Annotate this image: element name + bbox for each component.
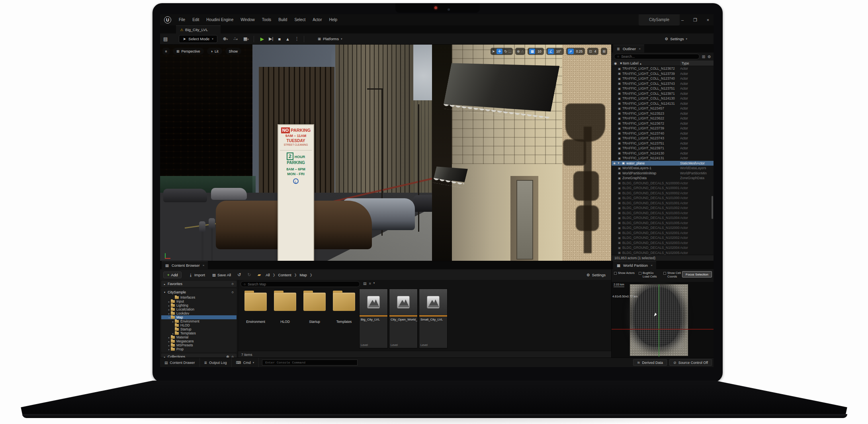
- tree-item-lookdev[interactable]: ▸Lookdev: [161, 311, 237, 315]
- play-button[interactable]: ▶: [260, 36, 264, 42]
- viewport[interactable]: NOPARKING 9AM – 11AM TUESDAY STREET CLEA…: [160, 45, 611, 261]
- tree-item-templates[interactable]: ▸Templates: [161, 331, 237, 335]
- outliner-row[interactable]: ▣TRAFFIC_LIGHT_N123672Actor: [612, 121, 714, 126]
- outliner-row[interactable]: ▣BLDG_GROUND_DECALS_N102002 (UrActor: [612, 235, 714, 240]
- outliner-row[interactable]: ▣TRAFFIC_LIGHT_COLL_N123740Actor: [612, 76, 714, 81]
- outliner-row[interactable]: ▣TRAFFIC_LIGHT_N124131Actor: [612, 156, 714, 161]
- platforms-dropdown[interactable]: ⊞ Platforms ▾: [318, 37, 342, 41]
- cmd-dropdown[interactable]: ⌨ Cmd ▾: [232, 358, 259, 367]
- outliner-row[interactable]: ▣BLDG_GROUND_DECALS_N102004 (UrActor: [612, 245, 714, 250]
- rotation-snap-icon[interactable]: ∠: [548, 49, 554, 54]
- blueprints-icon[interactable]: ∴▾: [233, 36, 238, 41]
- unreal-logo-icon[interactable]: U: [164, 16, 171, 23]
- grid-snap-value[interactable]: 10: [537, 49, 542, 53]
- outliner-row[interactable]: ▣WorldDataLayers-1WorldDataLayers: [612, 166, 714, 171]
- tree-item-prop[interactable]: ▸Prop: [161, 347, 237, 351]
- scale-tool-icon[interactable]: ⛶: [509, 49, 511, 54]
- outliner-row[interactable]: ▣TRAFFIC_LIGHT_N123971Actor: [612, 146, 714, 151]
- tree-item-interfaces[interactable]: Interfaces: [161, 295, 237, 299]
- asset-tile-city_open_world_template[interactable]: City_Open_World_TemplateLevel: [389, 289, 418, 348]
- select-mode-dropdown[interactable]: ➤ Select Mode ▾: [179, 35, 217, 43]
- tab-outliner[interactable]: ≣ Outliner ×: [613, 45, 644, 53]
- derived-data-button[interactable]: ≋ Derived Data: [633, 359, 667, 366]
- breadcrumb-item-all[interactable]: All: [266, 273, 270, 277]
- focus-selection-button[interactable]: Focus Selection: [682, 271, 712, 277]
- play-options-icon[interactable]: ⋮: [295, 36, 299, 41]
- outliner-row[interactable]: ▣TRAFFIC_LIGHT_COLL_N123751Actor: [612, 86, 714, 91]
- outliner-row[interactable]: ▣BLDG_GROUND_DECALS_N102003 (UrActor: [612, 240, 714, 246]
- move-tool-icon[interactable]: ✛: [497, 49, 502, 54]
- menu-item-file[interactable]: File: [175, 14, 189, 25]
- menu-item-actor[interactable]: Actor: [309, 14, 325, 25]
- perspective-dropdown[interactable]: ⊞ Perspective: [173, 48, 204, 55]
- outliner-row[interactable]: ▣TRAFFIC_LIGHT_COLL_N123971Actor: [612, 91, 714, 96]
- settings-dropdown[interactable]: ⚙ Settings ▾: [665, 37, 687, 41]
- rotation-snap-value[interactable]: 10°: [555, 49, 562, 53]
- add-actor-icon[interactable]: ⊕▾: [223, 36, 228, 41]
- outliner-row[interactable]: ▣BLDG_GROUND_DECALS_N101001 (UrActor: [612, 201, 714, 206]
- tree-item-material[interactable]: ▸Material: [161, 335, 237, 339]
- outliner-row[interactable]: ▣BLDG_GROUND_DECALS_N101002 (UrActor: [612, 205, 714, 211]
- tree-item-startup[interactable]: Startup: [161, 327, 237, 331]
- outliner-row[interactable]: ▣BLDG_GROUND_DECALS_N101000 (UrActor: [612, 195, 714, 201]
- outliner-row[interactable]: ◉▼▣water_planeStaticMeshActor: [612, 161, 714, 166]
- outliner-row[interactable]: ▣BLDG_GROUND_DECALS_N102005 (UrActor: [612, 250, 714, 255]
- outliner-row[interactable]: ▣TRAFFIC_LIGHT_N123622Actor: [612, 116, 714, 121]
- select-tool-icon[interactable]: ➤: [492, 49, 495, 53]
- tab-content-browser[interactable]: ▤ Content Browser ×: [162, 261, 208, 269]
- surface-snap-icon[interactable]: ∴: [522, 49, 524, 53]
- outliner-row[interactable]: ▣BLDG_GROUND_DECALS_N101005 (UrActor: [612, 221, 714, 226]
- tree-item-megascans[interactable]: ▸Megascans: [161, 339, 237, 343]
- outliner-row[interactable]: ▣ZoneGraphDataZoneGraphData: [612, 176, 714, 181]
- outliner-row[interactable]: ▣TRAFFIC_LIGHT_COLL_N124130Actor: [612, 96, 714, 101]
- content-browser-settings[interactable]: ⚙ Settings: [586, 273, 606, 277]
- outliner-row[interactable]: ▣BLDG_GROUND_DECALS_N101004 (UrActor: [612, 215, 714, 221]
- outliner-settings-icon[interactable]: ⚙: [708, 55, 711, 59]
- outliner-row[interactable]: ▣TRAFFIC_LIGHT_COLL_N123739Actor: [612, 71, 714, 76]
- outliner-row[interactable]: ▣TRAFFIC_LIGHT_N123743Actor: [612, 136, 714, 141]
- viewport-menu-icon[interactable]: ≡: [162, 48, 170, 55]
- outliner-search-input[interactable]: ○ Search...: [614, 54, 700, 59]
- tab-big-city-lvl[interactable]: ⚠ Big_City_LVL: [176, 25, 221, 33]
- asset-tile-small_city_lvl[interactable]: Small_City_LVLLevel: [419, 289, 448, 348]
- outliner-row[interactable]: ▣BLDG_GROUND_DECALS_N100002 (UrActor: [612, 191, 714, 196]
- project-root[interactable]: ▾ CitySample ○: [161, 289, 237, 295]
- folder-tile-hlod[interactable]: HLOD: [271, 289, 299, 324]
- add-folder-icon[interactable]: ⊞: [702, 55, 705, 59]
- outliner-row[interactable]: ▣TRAFFIC_LIGHT_N123739Actor: [612, 126, 714, 131]
- favorites-section[interactable]: ▸ Favorites ○: [161, 281, 237, 287]
- tree-item-input[interactable]: ▸Input: [161, 299, 237, 303]
- back-icon[interactable]: ↺: [237, 272, 241, 277]
- source-control-button[interactable]: ⊘ Source Control Off: [669, 359, 712, 366]
- outliner-row[interactable]: ▣BLDG_GROUND_DECALS_N100000 (UrActor: [612, 181, 714, 186]
- maximize-button[interactable]: ❐: [692, 18, 698, 23]
- forward-icon[interactable]: ↻: [247, 272, 251, 277]
- outliner-row[interactable]: ▣TRAFFIC_LIGHT_N123523Actor: [612, 111, 714, 116]
- pin-icon[interactable]: ▼: [617, 162, 620, 165]
- show-dropdown[interactable]: Show: [225, 48, 242, 55]
- quad-view-icon[interactable]: ⊞: [602, 49, 606, 53]
- asset-search-input[interactable]: ○ Search Map: [240, 281, 360, 287]
- eject-button[interactable]: ▲: [285, 37, 290, 41]
- close-button[interactable]: ×: [705, 18, 711, 22]
- tree-item-map[interactable]: ▾Map: [161, 315, 237, 319]
- scale-snap-value[interactable]: 0.25: [575, 49, 584, 53]
- lit-dropdown[interactable]: ◑ Lit: [207, 48, 222, 55]
- menu-item-edit[interactable]: Edit: [189, 14, 203, 25]
- camera-speed-icon[interactable]: ⊡: [589, 49, 592, 53]
- outliner-row[interactable]: ▣BLDG_GROUND_DECALS_N101003 (UrActor: [612, 211, 714, 216]
- tree-item-hlod[interactable]: HLOD: [161, 323, 237, 327]
- scale-snap-icon[interactable]: ⇗: [568, 49, 574, 54]
- outliner-row[interactable]: ▣BLDG_GROUND_DECALS_N102001 (UrActor: [612, 231, 714, 236]
- folder-tile-environment[interactable]: Environment: [241, 289, 270, 324]
- import-button[interactable]: ⭳ Import: [189, 273, 205, 277]
- outliner-row[interactable]: ▣WorldPartitionMiniMapWorldPartitionMin: [612, 171, 714, 176]
- bugitgo-checkbox[interactable]: BugItGo Load Cells: [639, 272, 661, 278]
- save-search-icon[interactable]: ▤: [363, 281, 367, 285]
- menu-item-tools[interactable]: Tools: [258, 14, 275, 25]
- tree-item-localization[interactable]: ▸Localization: [161, 307, 237, 311]
- breadcrumb-item-map[interactable]: Map: [299, 273, 307, 277]
- menu-item-build[interactable]: Build: [275, 14, 291, 25]
- filter-icon[interactable]: ≡: [369, 281, 371, 285]
- menu-item-help[interactable]: Help: [326, 14, 341, 25]
